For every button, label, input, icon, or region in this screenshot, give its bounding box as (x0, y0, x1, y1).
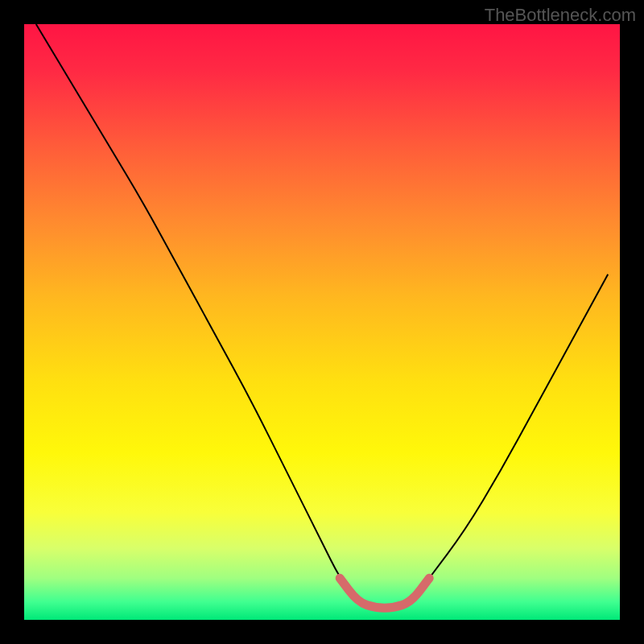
optimal-range-highlight (340, 578, 429, 608)
bottleneck-curve-line (36, 24, 608, 608)
watermark-text: TheBottleneck.com (485, 5, 636, 26)
chart-plot-area (24, 24, 620, 620)
chart-svg-layer (24, 24, 620, 620)
